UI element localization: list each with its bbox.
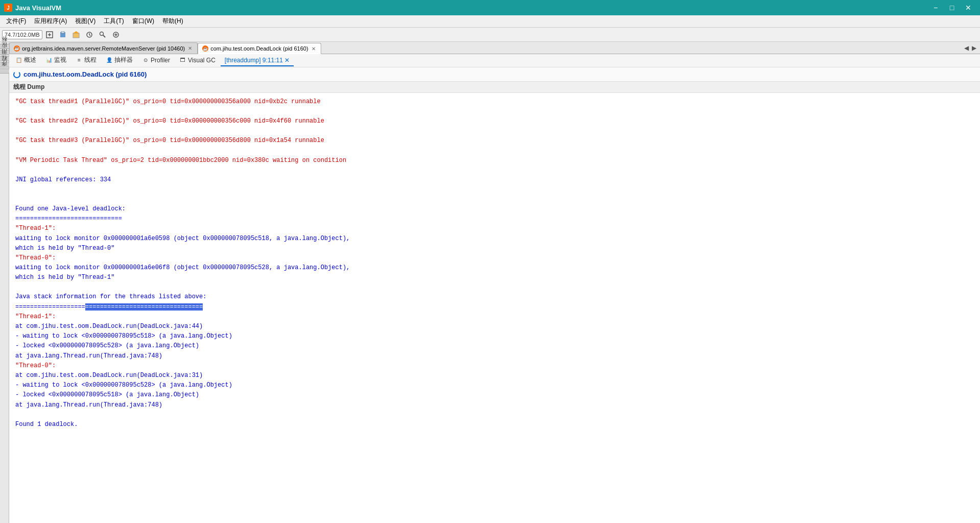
app-tab-2-icon: ☕ — [202, 45, 208, 52]
dump-line-1 — [15, 107, 974, 116]
sub-tab-visual-gc-label: Visual GC — [188, 57, 216, 64]
dump-line-22: "Thread-1": — [15, 312, 974, 322]
dump-line-31: at java.lang.Thread.run(Thread.java:748) — [15, 400, 974, 410]
toolbar-btn-3[interactable] — [70, 29, 82, 41]
sub-tab-overview-label: 概述 — [24, 56, 36, 64]
tab-nav: ◀ ▶ — [961, 42, 980, 54]
dump-line-24: - waiting to lock <0x000000078095c518> (… — [15, 331, 974, 341]
sub-tab-threaddump-close[interactable]: ✕ — [284, 57, 290, 64]
profiler-icon: ⊙ — [142, 57, 149, 64]
tab-nav-left[interactable]: ◀ — [963, 44, 970, 52]
sub-tab-sampler[interactable]: 👤 抽样器 — [102, 55, 137, 66]
dump-line-21: ========================================… — [15, 302, 974, 312]
menu-tools[interactable]: 工具(T) — [100, 15, 128, 27]
tab-nav-right[interactable]: ▶ — [970, 44, 978, 52]
dump-line-6: "VM Periodic Task Thread" os_prio=2 tid=… — [15, 156, 974, 165]
sub-tab-sampler-label: 抽样器 — [114, 56, 133, 64]
visual-gc-icon: 🗖 — [179, 57, 186, 64]
thread-dump-content[interactable]: "GC task thread#1 (ParallelGC)" os_prio=… — [9, 93, 980, 523]
dump-line-7 — [15, 165, 974, 175]
dump-line-32 — [15, 410, 974, 420]
title-bar-controls: − □ ✕ — [928, 1, 976, 15]
thread-dump-label: 线程 Dump — [9, 82, 980, 93]
dump-line-26: at java.lang.Thread.run(Thread.java:748) — [15, 351, 974, 361]
svg-line-9 — [89, 35, 90, 36]
toolbar: 74.7/102.0MB — [0, 28, 980, 42]
dump-line-29: - waiting to lock <0x000000078095c528> (… — [15, 381, 974, 390]
dump-line-8: JNI global references: 334 — [15, 175, 974, 185]
minimize-button[interactable]: − — [928, 1, 943, 15]
thread-dump-section-label: 线程 Dump — [13, 83, 44, 91]
sub-tab-threaddump[interactable]: [threaddump] 9:11:11 ✕ — [221, 55, 294, 66]
sub-tab-monitor-label: 监视 — [54, 56, 66, 64]
dump-line-4: "GC task thread#3 (ParallelGC)" os_prio=… — [15, 136, 974, 146]
sampler-icon: 👤 — [106, 57, 113, 64]
toolbar-btn-1[interactable] — [43, 29, 56, 41]
svg-point-10 — [100, 32, 103, 35]
toolbar-btn-4[interactable] — [83, 29, 95, 41]
app-tab-2-close[interactable]: ✕ — [310, 46, 317, 52]
menu-file[interactable]: 文件(F) — [2, 15, 30, 27]
dump-line-2: "GC task thread#2 (ParallelGC)" os_prio=… — [15, 116, 974, 126]
dump-line-27: "Thread-0": — [15, 361, 974, 371]
dump-line-28: at com.jihu.test.oom.DeadLock.run(DeadLo… — [15, 371, 974, 381]
sidebar-tab-1[interactable]: 标 — [0, 44, 10, 49]
title-bar: J Java VisualVM − □ ✕ — [0, 0, 980, 15]
content-header: com.jihu.test.oom.DeadLock (pid 6160) — [9, 67, 980, 82]
menu-help[interactable]: 帮助(H) — [158, 15, 187, 27]
dump-line-30: - locked <0x000000078095c518> (a java.la… — [15, 390, 974, 400]
sidebar-tab-3[interactable]: 用 — [0, 56, 10, 61]
dump-line-23: at com.jihu.test.oom.DeadLock.run(DeadLo… — [15, 322, 974, 331]
main-content: ☕ org.jetbrains.idea.maven.server.Remote… — [9, 42, 980, 523]
dump-line-15: which is held by "Thread-0" — [15, 244, 974, 253]
menu-app[interactable]: 应用程序(A) — [30, 15, 71, 27]
menu-window[interactable]: 窗口(W) — [128, 15, 158, 27]
dump-line-10 — [15, 195, 974, 204]
app-tab-2-label: com.jihu.test.oom.DeadLock (pid 6160) — [210, 45, 308, 52]
app-tab-2[interactable]: ☕ com.jihu.test.oom.DeadLock (pid 6160) … — [198, 43, 321, 54]
app-tab-1-icon: ☕ — [14, 45, 20, 52]
maximize-button[interactable]: □ — [944, 1, 960, 15]
sub-tab-visual-gc[interactable]: 🗖 Visual GC — [175, 55, 220, 66]
app-tab-1[interactable]: ☕ org.jetbrains.idea.maven.server.Remote… — [9, 42, 198, 54]
loading-spinner — [13, 71, 20, 78]
close-button[interactable]: ✕ — [961, 1, 976, 15]
sidebar-tab-5[interactable]: 序 — [0, 68, 10, 74]
toolbar-btn-6[interactable] — [110, 29, 122, 41]
app-title: Java VisualVM — [15, 4, 61, 12]
sub-tab-profiler[interactable]: ⊙ Profiler — [138, 55, 174, 66]
dump-line-13: "Thread-1": — [15, 224, 974, 233]
dump-line-17: waiting to lock monitor 0x000000001a6e06… — [15, 263, 974, 273]
memory-label: 74.7/102.0MB — [2, 30, 42, 39]
dump-line-25: - locked <0x000000078095c528> (a java.la… — [15, 341, 974, 351]
menu-view[interactable]: 视图(V) — [71, 15, 100, 27]
app-tab-1-close[interactable]: ✕ — [187, 45, 193, 51]
svg-marker-6 — [73, 31, 79, 33]
dump-line-11: Found one Java-level deadlock: — [15, 204, 974, 214]
sub-tab-threaddump-label: [threaddump] 9:11:11 — [225, 57, 283, 64]
svg-line-11 — [103, 35, 105, 37]
sub-tab-threads-label: 线程 — [84, 56, 97, 64]
svg-rect-5 — [73, 33, 79, 38]
threads-icon: ≡ — [76, 57, 83, 64]
left-sidebar: 标 应 用 程 序 — [0, 42, 9, 523]
sub-tab-overview[interactable]: 📋 概述 — [11, 55, 40, 66]
app-icon: J — [4, 4, 12, 12]
dump-line-9 — [15, 185, 974, 195]
sub-tab-profiler-label: Profiler — [151, 57, 170, 64]
sub-tab-monitor[interactable]: 📊 监视 — [41, 55, 70, 66]
dump-line-3 — [15, 126, 974, 136]
toolbar-btn-2[interactable] — [57, 29, 69, 41]
sidebar-tab-4[interactable]: 程 — [0, 62, 10, 67]
menu-bar: 文件(F) 应用程序(A) 视图(V) 工具(T) 窗口(W) 帮助(H) — [0, 15, 980, 28]
dump-line-16: "Thread-0": — [15, 253, 974, 263]
sub-tab-threads[interactable]: ≡ 线程 — [71, 55, 101, 66]
toolbar-btn-5[interactable] — [97, 29, 109, 41]
sidebar-tab-2[interactable]: 应 — [0, 50, 10, 55]
dump-line-5 — [15, 146, 974, 156]
dump-line-19 — [15, 282, 974, 292]
dump-line-12: ============================= — [15, 214, 974, 224]
dump-line-20: Java stack information for the threads l… — [15, 292, 974, 302]
monitor-icon: 📊 — [45, 57, 53, 64]
highlighted-text: ================================ — [85, 303, 203, 311]
